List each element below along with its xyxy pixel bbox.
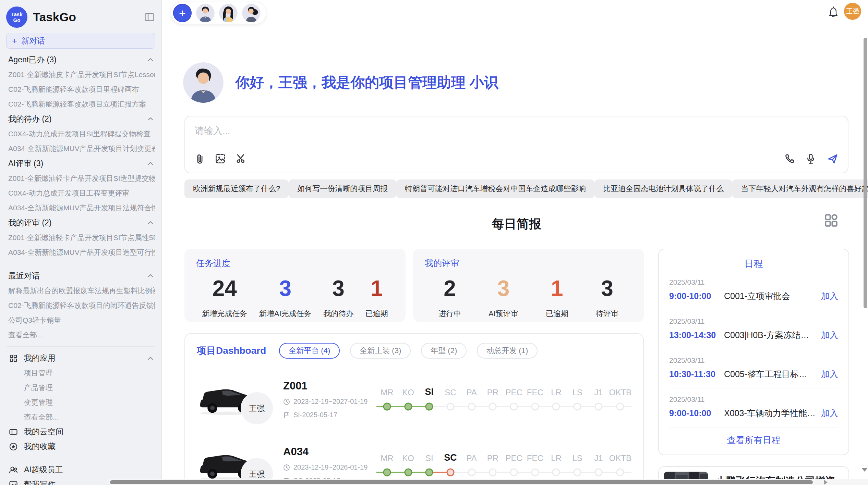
- sidebar-task-item[interactable]: C0X4-动力总成开发项目SI里程碑提交物检查: [6, 126, 155, 141]
- dashboard-tab[interactable]: 全新上装 (3): [350, 343, 411, 359]
- my-apps-header[interactable]: 我的应用: [6, 351, 155, 365]
- sidebar-group-header[interactable]: Agent已办 (3): [6, 52, 155, 67]
- project-dashboard-card: 项目Dashboard 全新平台 (4)全新上装 (3)年型 (2)动总开发 (…: [184, 333, 644, 485]
- assistant-avatar-3[interactable]: [242, 4, 261, 22]
- paperclip-icon[interactable]: [195, 153, 206, 164]
- group-title: 我的待办 (2): [8, 114, 148, 124]
- writing-icon: [8, 480, 19, 485]
- suggestion-chip[interactable]: 特朗普可能对进口汽车增税会对中国车企造成哪些影响: [396, 179, 594, 198]
- milestone: KO: [398, 386, 419, 413]
- suggestion-chip[interactable]: 当下年轻人对汽车外观有怎样的喜好趋势: [732, 179, 868, 198]
- sidebar-task-item[interactable]: Z001-全新燃油轻卡产品开发项目SI节点属性5D文件评审: [6, 230, 155, 245]
- sidebar-item-ai-staff[interactable]: AI超级员工: [6, 462, 155, 477]
- sidebar-task-item[interactable]: Z001-全新燃油皮卡产品开发项目SI节点Lesson Learn报告: [6, 67, 155, 82]
- milestone: OKTB: [609, 451, 631, 479]
- recent-chat-item[interactable]: 解释最新出台的欧盟报废车法规再生塑料比例被调至15%...: [6, 283, 155, 298]
- user-avatar[interactable]: 王强: [844, 3, 861, 20]
- milestone-node: [489, 469, 497, 476]
- recent-chat-item[interactable]: C02-飞腾新能源轻客改款项目的闭环通告反馈情况: [6, 298, 155, 313]
- join-link[interactable]: 加入: [821, 290, 838, 302]
- dashboard-tab[interactable]: 年型 (2): [421, 343, 467, 359]
- assistant-avatar-2[interactable]: [219, 4, 238, 22]
- panel-collapse-icon[interactable]: [144, 12, 155, 22]
- recent-chat-item[interactable]: 公司Q3轻卡销量: [6, 313, 155, 327]
- milestone-label: PEC: [503, 451, 525, 466]
- project-dates: 2023-12-19~2026-01-19: [293, 463, 367, 471]
- join-link[interactable]: 加入: [821, 369, 838, 380]
- app-item[interactable]: 查看全部...: [6, 410, 155, 424]
- layout-grid-icon[interactable]: [824, 214, 839, 228]
- task-progress-card: 任务进度 24 新增完成任务 3 新增AI完成任务 3 我的待办 1 已逾期: [184, 249, 406, 322]
- scissors-icon[interactable]: [236, 153, 247, 164]
- recent-chat-item[interactable]: 查看全部...: [6, 327, 155, 342]
- app-item[interactable]: 产品管理: [6, 380, 155, 395]
- stat-label: 进行中: [438, 309, 461, 319]
- project-flag-date: SI-2025-05-17: [293, 411, 337, 419]
- suggestion-chip[interactable]: 比亚迪全固态电池计划具体说了什么: [594, 179, 732, 198]
- schedule-card: 日程 2025/03/11 9:00-10:00 C001-立项审批会 加入 2…: [658, 249, 849, 455]
- add-assistant-button[interactable]: +: [173, 4, 192, 22]
- milestone-label: LS: [567, 386, 588, 400]
- horizontal-scrollbar-thumb[interactable]: [110, 480, 813, 484]
- stat-value: 2: [444, 276, 456, 300]
- schedule-date: 2025/03/11: [669, 317, 838, 325]
- scroll-down-arrow-icon[interactable]: [861, 468, 868, 472]
- view-all-schedule-link[interactable]: 查看所有日程: [669, 434, 838, 446]
- app-item[interactable]: 变更管理: [6, 395, 155, 410]
- milestone-label: MR: [376, 451, 398, 466]
- assistant-avatar-1[interactable]: [196, 4, 215, 22]
- milestone: MR: [376, 451, 398, 479]
- milestone: SI: [419, 451, 440, 479]
- send-icon[interactable]: [827, 153, 838, 164]
- message-input[interactable]: 请输入...: [195, 125, 838, 153]
- dashboard-tab[interactable]: 动总开发 (1): [477, 343, 538, 359]
- suggestion-chip[interactable]: 欧洲新规最近颁布了什么?: [184, 179, 289, 198]
- join-link[interactable]: 加入: [821, 329, 838, 341]
- sidebar-group-header[interactable]: AI评审 (3): [6, 156, 155, 171]
- sidebar-group-header[interactable]: 我的待办 (2): [6, 111, 155, 126]
- image-icon[interactable]: [215, 153, 226, 164]
- sidebar-task-item[interactable]: A034-全新新能源MUV产品开发项目计划变更表编写: [6, 141, 155, 156]
- sidebar-task-item[interactable]: A034-全新新能源MUV产品开发项目法规符合性评审: [6, 200, 155, 215]
- phone-icon[interactable]: [785, 153, 796, 164]
- divider: [7, 264, 155, 264]
- my-apps-title: 我的应用: [24, 353, 148, 363]
- app-item[interactable]: 项目管理: [6, 365, 155, 380]
- ai-staff-label: AI超级员工: [24, 464, 63, 475]
- schedule-date: 2025/03/11: [669, 395, 838, 403]
- suggestion-chip[interactable]: 如何写一份清晰的项目周报: [289, 179, 396, 198]
- milestone-label: KO: [398, 386, 419, 400]
- milestone-node: [574, 403, 581, 411]
- sidebar-task-item[interactable]: C0X4-动力总成开发项目工程变更评审: [6, 186, 155, 200]
- sidebar-task-item[interactable]: Z001-全新燃油轻卡产品开发项目SI造型提交物评审: [6, 171, 155, 186]
- new-chat-button[interactable]: + 新对话: [6, 33, 155, 49]
- milestone-node: [552, 403, 560, 411]
- milestone-label: FEC: [525, 451, 546, 466]
- chevron-up-icon: [148, 221, 153, 224]
- sidebar-item-cloud-space[interactable]: 我的云空间: [6, 424, 155, 439]
- stat-item: 3 待评审: [596, 276, 618, 319]
- bell-icon[interactable]: [827, 5, 840, 19]
- vertical-scrollbar-thumb[interactable]: [864, 38, 867, 308]
- milestone: FEC: [525, 386, 546, 413]
- sidebar-group-header[interactable]: 我的评审 (2): [6, 215, 155, 230]
- milestone-label: KO: [398, 451, 419, 466]
- project-row[interactable]: 王强 A034 2023-12-19~2026-01-19 SC-2025-05…: [197, 440, 631, 485]
- recent-chats-header[interactable]: 最近对话: [6, 268, 155, 283]
- mic-icon[interactable]: [806, 153, 817, 164]
- project-row[interactable]: 王强 Z001 2023-12-19~2027-01-19 SI-2025-05…: [197, 374, 631, 424]
- milestone-track: MR KO: [376, 386, 631, 413]
- dashboard-tab[interactable]: 全新平台 (4): [279, 343, 340, 359]
- sidebar-task-item[interactable]: C02-飞腾新能源轻客改款项目里程碑画布: [6, 82, 155, 97]
- clock-icon: [283, 464, 290, 471]
- sidebar-task-item[interactable]: C02-飞腾新能源轻客改款项目立项汇报方案: [6, 97, 155, 111]
- scroll-right-arrow-icon[interactable]: [824, 480, 828, 485]
- sidebar-item-favorites[interactable]: 我的收藏: [6, 439, 155, 454]
- milestone-node: [531, 469, 539, 476]
- sidebar-task-item[interactable]: A034-全新新能源MUV产品开发项目造型可行性评审: [6, 245, 155, 260]
- cloud-space-label: 我的云空间: [24, 426, 63, 437]
- milestone-node: [489, 403, 497, 411]
- join-link[interactable]: 加入: [821, 408, 838, 419]
- right-column: 日程 2025/03/11 9:00-10:00 C001-立项审批会 加入 2…: [658, 249, 849, 485]
- schedule-entry: 2025/03/11 13:00-14:30 C003|H0B-方案冻结评审 加…: [669, 317, 838, 349]
